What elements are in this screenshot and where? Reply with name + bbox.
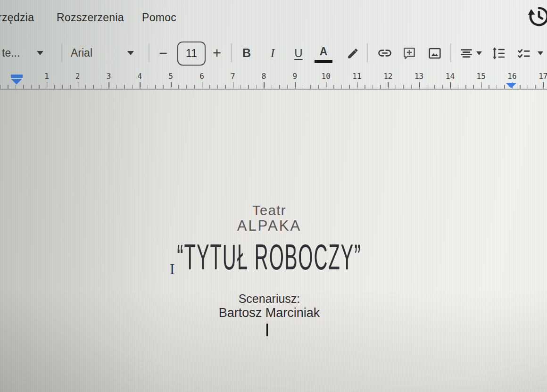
decrease-font-size-button[interactable]: − bbox=[156, 35, 171, 71]
highlight-color-button[interactable] bbox=[345, 35, 360, 71]
ruler-number: 9 bbox=[293, 72, 298, 81]
bold-button[interactable]: B bbox=[240, 35, 254, 71]
first-line-indent-marker[interactable] bbox=[11, 75, 23, 78]
underline-button[interactable]: U bbox=[291, 35, 306, 71]
insert-image-button[interactable] bbox=[426, 35, 444, 71]
insert-link-icon bbox=[377, 46, 392, 61]
text-color-swatch bbox=[315, 60, 332, 63]
ruler-number: 10 bbox=[322, 72, 331, 81]
ruler-number: 11 bbox=[352, 72, 361, 81]
right-indent-marker[interactable] bbox=[506, 83, 516, 88]
font-family-dropdown-arrow[interactable] bbox=[127, 35, 134, 71]
ruler-number: 12 bbox=[383, 72, 392, 81]
doc-title: “TYTUŁ ROBOCZY” bbox=[0, 239, 539, 275]
menu-item-help[interactable]: Pomoc bbox=[142, 11, 176, 24]
paragraph-style-dropdown-arrow[interactable] bbox=[37, 35, 43, 71]
insert-image-icon bbox=[427, 46, 442, 61]
document-canvas[interactable]: Teatr ALPAKA “TYTUŁ ROBOCZY” Scenariusz:… bbox=[0, 89, 547, 392]
ruler-number: 2 bbox=[75, 72, 80, 81]
doc-heading-line1: Teatr bbox=[0, 203, 539, 218]
ruler-number: 13 bbox=[414, 72, 423, 81]
ruler-number: 7 bbox=[231, 72, 235, 81]
font-size-value: 11 bbox=[186, 47, 197, 60]
plus-icon: + bbox=[213, 45, 221, 62]
ruler-number: 8 bbox=[262, 72, 266, 81]
version-history-icon[interactable] bbox=[526, 4, 547, 29]
text-color-button[interactable]: A bbox=[316, 35, 331, 71]
ruler-number: 3 bbox=[107, 72, 111, 81]
text-caret bbox=[266, 324, 268, 336]
chevron-down-icon bbox=[538, 51, 543, 55]
ruler-number: 1 bbox=[44, 72, 49, 81]
font-family-dropdown[interactable]: Arial bbox=[71, 35, 92, 71]
menu-bar: rzędzia Rozszerzenia Pomoc bbox=[0, 0, 547, 35]
ruler-number: 14 bbox=[446, 72, 455, 81]
line-spacing-icon bbox=[491, 46, 506, 61]
google-docs-window: rzędzia Rozszerzenia Pomoc te... Arial −… bbox=[0, 0, 547, 392]
doc-title-text: “TYTUŁ ROBOCZY” bbox=[177, 236, 361, 278]
ruler-number: 6 bbox=[199, 72, 204, 81]
ruler-number: 5 bbox=[168, 72, 173, 81]
add-comment-icon bbox=[402, 46, 417, 61]
bold-label: B bbox=[242, 46, 251, 60]
chevron-down-icon bbox=[37, 51, 43, 55]
toolbar: te... Arial − 11 + B I U A bbox=[0, 35, 547, 71]
toolbar-separator bbox=[450, 43, 451, 62]
toolbar-separator bbox=[367, 43, 368, 62]
mouse-ibeam-cursor: I bbox=[170, 261, 174, 278]
font-size-input[interactable]: 11 bbox=[177, 42, 206, 66]
add-comment-button[interactable] bbox=[400, 35, 418, 71]
toolbar-separator bbox=[61, 43, 62, 62]
chevron-down-icon bbox=[476, 51, 482, 55]
checklist-button[interactable] bbox=[515, 35, 533, 71]
ruler-number: 17 bbox=[539, 72, 547, 81]
ruler-number: 16 bbox=[507, 72, 516, 81]
insert-link-button[interactable] bbox=[376, 35, 393, 71]
italic-button[interactable]: I bbox=[265, 35, 280, 71]
left-indent-marker[interactable] bbox=[11, 79, 22, 84]
minus-icon: − bbox=[159, 45, 167, 62]
ruler-number: 4 bbox=[138, 72, 142, 81]
align-center-icon bbox=[459, 46, 473, 60]
ruler-minor-ticks bbox=[0, 85, 547, 89]
align-dropdown-arrow[interactable] bbox=[476, 35, 482, 71]
chevron-down-icon bbox=[127, 51, 134, 55]
checklist-dropdown-arrow[interactable] bbox=[538, 35, 543, 71]
menu-item-tools[interactable]: rzędzia bbox=[0, 11, 34, 24]
text-color-label: A bbox=[320, 45, 328, 58]
ruler: 1234567891011121314151617 bbox=[0, 71, 547, 90]
align-button[interactable] bbox=[458, 35, 475, 71]
toolbar-separator bbox=[231, 43, 232, 62]
doc-credit-label: Scenariusz: bbox=[0, 292, 539, 306]
underline-label: U bbox=[294, 47, 302, 60]
checklist-icon bbox=[516, 46, 531, 61]
italic-label: I bbox=[271, 46, 275, 60]
font-family-label: Arial bbox=[71, 47, 92, 59]
ruler-number: 15 bbox=[477, 72, 486, 81]
menu-item-extensions[interactable]: Rozszerzenia bbox=[57, 11, 124, 24]
paragraph-style-dropdown[interactable]: te... bbox=[2, 35, 20, 71]
increase-font-size-button[interactable]: + bbox=[209, 35, 224, 71]
paragraph-style-label: te... bbox=[2, 47, 20, 59]
doc-heading-line2: ALPAKA bbox=[0, 217, 539, 234]
highlight-pen-icon bbox=[346, 47, 359, 60]
line-spacing-button[interactable] bbox=[489, 35, 507, 71]
toolbar-separator bbox=[149, 43, 149, 62]
doc-author: Bartosz Marciniak bbox=[0, 306, 539, 320]
